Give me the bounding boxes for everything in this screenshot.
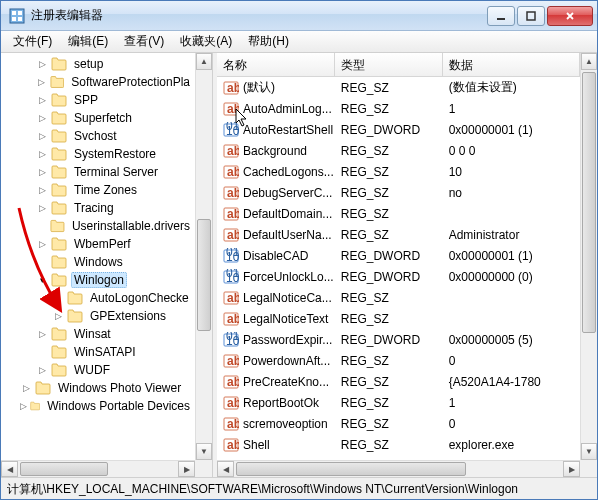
- scroll-right-button[interactable]: ▶: [178, 461, 195, 477]
- tree-item[interactable]: ▷Svchost: [3, 127, 193, 145]
- tree-item[interactable]: AutoLogonChecke: [3, 289, 193, 307]
- value-name-cell: abDebugServerC...: [217, 185, 335, 201]
- list-hscroll-track[interactable]: [234, 461, 563, 477]
- value-name: PasswordExpir...: [243, 333, 332, 347]
- expand-icon[interactable]: ▷: [35, 201, 49, 215]
- value-row[interactable]: ab(默认)REG_SZ(数值未设置): [217, 77, 580, 98]
- close-button[interactable]: [547, 6, 593, 26]
- tree-hscrollbar[interactable]: ◀ ▶: [1, 460, 195, 477]
- tree-item[interactable]: ▷Time Zones: [3, 181, 193, 199]
- value-row[interactable]: 011100DisableCADREG_DWORD0x00000001 (1): [217, 245, 580, 266]
- tree-vscroll-thumb[interactable]: [197, 219, 211, 331]
- tree-item[interactable]: ▷WUDF: [3, 361, 193, 379]
- tree-item[interactable]: WinSATAPI: [3, 343, 193, 361]
- value-row[interactable]: abReportBootOkREG_SZ1: [217, 392, 580, 413]
- expand-icon[interactable]: ▷: [35, 111, 49, 125]
- list-hscroll-thumb[interactable]: [236, 462, 466, 476]
- tree-item[interactable]: ▷Superfetch: [3, 109, 193, 127]
- value-row[interactable]: 011100AutoRestartShellREG_DWORD0x0000000…: [217, 119, 580, 140]
- tree-item[interactable]: ▷SystemRestore: [3, 145, 193, 163]
- scroll-up-button[interactable]: ▲: [581, 53, 597, 70]
- expand-icon[interactable]: ▷: [35, 237, 49, 251]
- list-vscroll-thumb[interactable]: [582, 72, 596, 333]
- expand-icon[interactable]: ▷: [35, 165, 49, 179]
- tree-body[interactable]: ▷setup▷SoftwareProtectionPla▷SPP▷Superfe…: [1, 53, 195, 460]
- expand-icon[interactable]: ▷: [19, 399, 28, 413]
- value-type-cell: REG_SZ: [335, 102, 443, 116]
- expand-icon[interactable]: ▷: [51, 309, 65, 323]
- value-row[interactable]: abBackgroundREG_SZ0 0 0: [217, 140, 580, 161]
- scroll-up-button[interactable]: ▲: [196, 53, 212, 70]
- value-row[interactable]: abCachedLogons...REG_SZ10: [217, 161, 580, 182]
- expand-icon[interactable]: ▷: [35, 57, 49, 71]
- scroll-right-button[interactable]: ▶: [563, 461, 580, 477]
- value-row[interactable]: abPreCreateKno...REG_SZ{A520A1A4-1780: [217, 371, 580, 392]
- expand-icon[interactable]: ▷: [35, 129, 49, 143]
- tree-item-label: Time Zones: [71, 182, 140, 198]
- tree-vscrollbar[interactable]: ▲ ▼: [195, 53, 212, 460]
- expand-icon[interactable]: ▷: [35, 75, 48, 89]
- minimize-button[interactable]: [487, 6, 515, 26]
- expand-icon[interactable]: ▷: [35, 93, 49, 107]
- tree-item[interactable]: Windows: [3, 253, 193, 271]
- menu-favorites[interactable]: 收藏夹(A): [172, 31, 240, 52]
- tree-item[interactable]: ▷Windows Portable Devices: [3, 397, 193, 415]
- tree-hscroll-track[interactable]: [18, 461, 178, 477]
- list-vscroll-track[interactable]: [581, 70, 597, 443]
- expand-icon[interactable]: ▷: [35, 327, 49, 341]
- value-row[interactable]: abPowerdownAft...REG_SZ0: [217, 350, 580, 371]
- value-row[interactable]: abscremoveoptionREG_SZ0: [217, 413, 580, 434]
- tree-item[interactable]: ▷setup: [3, 55, 193, 73]
- menu-file[interactable]: 文件(F): [5, 31, 60, 52]
- value-row[interactable]: abShellREG_SZexplorer.exe: [217, 434, 580, 455]
- tree-item[interactable]: Userinstallable.drivers: [3, 217, 193, 235]
- list-hscrollbar[interactable]: ◀ ▶: [217, 460, 580, 477]
- tree-item[interactable]: ▷Tracing: [3, 199, 193, 217]
- value-name: AutoRestartShell: [243, 123, 333, 137]
- expand-icon[interactable]: ▷: [35, 183, 49, 197]
- value-row[interactable]: abLegalNoticeCa...REG_SZ: [217, 287, 580, 308]
- col-name[interactable]: 名称: [217, 53, 335, 76]
- tree-item[interactable]: ▷Windows Photo Viewer: [3, 379, 193, 397]
- scroll-down-button[interactable]: ▼: [196, 443, 212, 460]
- value-type-cell: REG_SZ: [335, 291, 443, 305]
- value-type-cell: REG_SZ: [335, 354, 443, 368]
- list-vscrollbar[interactable]: ▲ ▼: [580, 53, 597, 460]
- expand-icon[interactable]: ▷: [19, 381, 33, 395]
- tree-item[interactable]: ▷SPP: [3, 91, 193, 109]
- tree-hscroll-thumb[interactable]: [20, 462, 108, 476]
- menu-view[interactable]: 查看(V): [116, 31, 172, 52]
- value-row[interactable]: abDefaultUserNa...REG_SZAdministrator: [217, 224, 580, 245]
- tree-item[interactable]: ▷WbemPerf: [3, 235, 193, 253]
- value-row[interactable]: abLegalNoticeTextREG_SZ: [217, 308, 580, 329]
- tree-item[interactable]: ▷SoftwareProtectionPla: [3, 73, 193, 91]
- menu-edit[interactable]: 编辑(E): [60, 31, 116, 52]
- col-data[interactable]: 数据: [443, 53, 580, 76]
- value-row[interactable]: abAutoAdminLog...REG_SZ1: [217, 98, 580, 119]
- title-bar[interactable]: 注册表编辑器: [1, 1, 597, 31]
- expand-icon[interactable]: ▷: [35, 363, 49, 377]
- value-row[interactable]: 011100PasswordExpir...REG_DWORD0x0000000…: [217, 329, 580, 350]
- collapse-icon[interactable]: ▾: [35, 273, 49, 287]
- list-body[interactable]: ab(默认)REG_SZ(数值未设置)abAutoAdminLog...REG_…: [217, 77, 580, 460]
- window-buttons: [487, 6, 593, 26]
- tree-item[interactable]: ▾Winlogon: [3, 271, 193, 289]
- col-type[interactable]: 类型: [335, 53, 443, 76]
- tree-item[interactable]: ▷Terminal Server: [3, 163, 193, 181]
- value-type-cell: REG_SZ: [335, 228, 443, 242]
- tree-item[interactable]: ▷GPExtensions: [3, 307, 193, 325]
- scroll-down-button[interactable]: ▼: [581, 443, 597, 460]
- tree-item[interactable]: ▷Winsat: [3, 325, 193, 343]
- tree-item-label: Userinstallable.drivers: [69, 218, 193, 234]
- tree-vscroll-track[interactable]: [196, 70, 212, 443]
- expand-icon[interactable]: ▷: [35, 147, 49, 161]
- scroll-left-button[interactable]: ◀: [217, 461, 234, 477]
- svg-text:ab: ab: [227, 165, 239, 179]
- menu-help[interactable]: 帮助(H): [240, 31, 297, 52]
- scroll-left-button[interactable]: ◀: [1, 461, 18, 477]
- maximize-button[interactable]: [517, 6, 545, 26]
- value-row[interactable]: abDefaultDomain...REG_SZ: [217, 203, 580, 224]
- value-row[interactable]: abDebugServerC...REG_SZno: [217, 182, 580, 203]
- value-row[interactable]: 011100ForceUnlockLo...REG_DWORD0x0000000…: [217, 266, 580, 287]
- svg-text:100: 100: [226, 250, 239, 264]
